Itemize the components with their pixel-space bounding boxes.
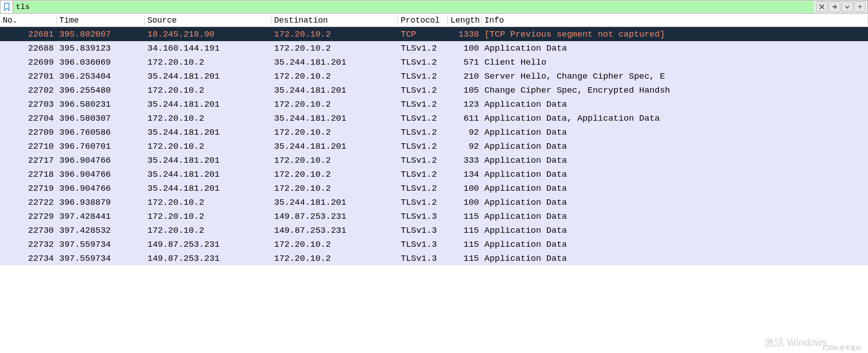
packet-cell-info: Application Data (482, 155, 868, 165)
packet-row[interactable]: 22701396.25340435.244.181.201172.20.10.2… (0, 69, 868, 83)
packet-cell-source: 172.20.10.2 (145, 141, 271, 151)
packet-cell-dest: 172.20.10.2 (271, 184, 398, 193)
bookmark-icon[interactable] (0, 0, 13, 13)
column-header-dest[interactable]: Destination (271, 16, 398, 25)
column-header-length[interactable]: Length (448, 16, 482, 25)
packet-cell-source: 35.244.181.201 (145, 155, 271, 165)
packet-cell-dest: 172.20.10.2 (271, 99, 398, 109)
packet-row[interactable]: 22722396.938879172.20.10.235.244.181.201… (0, 195, 868, 209)
packet-cell-protocol: TLSv1.2 (398, 184, 448, 193)
packet-row[interactable]: 22702396.255480172.20.10.235.244.181.201… (0, 83, 868, 97)
packet-cell-info: [TCP Previous segment not captured] (482, 29, 868, 39)
filter-history-dropdown[interactable] (841, 1, 853, 12)
clear-filter-button[interactable] (816, 1, 828, 12)
packet-row[interactable]: 22734397.559734149.87.253.231172.20.10.2… (0, 251, 868, 265)
packet-row[interactable]: 22688395.83912334.160.144.191172.20.10.2… (0, 41, 868, 55)
packet-cell-length: 611 (448, 113, 482, 123)
packet-cell-protocol: TLSv1.3 (398, 212, 448, 221)
packet-cell-info: Application Data (482, 43, 868, 53)
packet-cell-dest: 35.244.181.201 (271, 113, 398, 123)
packet-cell-length: 100 (448, 184, 482, 193)
packet-cell-dest: 35.244.181.201 (271, 198, 398, 207)
packet-cell-dest: 172.20.10.2 (271, 169, 398, 179)
packet-cell-dest: 172.20.10.2 (271, 127, 398, 137)
packet-cell-no: 22681 (0, 29, 57, 39)
packet-cell-no: 22703 (0, 99, 57, 109)
packet-row[interactable]: 22730397.428532172.20.10.2149.87.253.231… (0, 223, 868, 237)
packet-cell-no: 22709 (0, 127, 57, 137)
packet-cell-protocol: TLSv1.2 (398, 155, 448, 165)
filter-controls: + (814, 1, 868, 12)
packet-cell-info: Application Data (482, 127, 868, 137)
packet-row[interactable]: 22709396.76058635.244.181.201172.20.10.2… (0, 125, 868, 139)
packet-list-body: 22681395.80200718.245.218.90172.20.10.2T… (0, 27, 868, 265)
packet-row[interactable]: 22717396.90476635.244.181.201172.20.10.2… (0, 153, 868, 167)
packet-row[interactable]: 22681395.80200718.245.218.90172.20.10.2T… (0, 27, 868, 41)
packet-cell-protocol: TLSv1.2 (398, 71, 448, 81)
packet-cell-no: 22729 (0, 212, 57, 221)
column-header-source[interactable]: Source (145, 16, 271, 25)
packet-cell-dest: 172.20.10.2 (271, 240, 398, 249)
packet-cell-dest: 149.87.253.231 (271, 212, 398, 221)
packet-list-pane: No. Time Source Destination Protocol Len… (0, 14, 868, 265)
packet-row[interactable]: 22729397.428441172.20.10.2149.87.253.231… (0, 209, 868, 223)
packet-cell-no: 22704 (0, 113, 57, 123)
packet-cell-time: 396.036069 (57, 57, 145, 67)
packet-cell-no: 22732 (0, 240, 57, 249)
packet-cell-protocol: TLSv1.2 (398, 198, 448, 207)
packet-cell-dest: 35.244.181.201 (271, 141, 398, 151)
packet-cell-protocol: TLSv1.2 (398, 127, 448, 137)
packet-cell-no: 22719 (0, 184, 57, 193)
packet-cell-protocol: TLSv1.2 (398, 169, 448, 179)
packet-cell-protocol: TLSv1.2 (398, 85, 448, 95)
packet-cell-time: 396.580231 (57, 99, 145, 109)
packet-row[interactable]: 22699396.036069172.20.10.235.244.181.201… (0, 55, 868, 69)
packet-cell-source: 35.244.181.201 (145, 169, 271, 179)
packet-cell-length: 333 (448, 155, 482, 165)
packet-cell-length: 100 (448, 43, 482, 53)
packet-cell-source: 18.245.218.90 (145, 29, 271, 39)
packet-cell-time: 396.938879 (57, 198, 145, 207)
column-header-time[interactable]: Time (57, 16, 145, 25)
packet-cell-protocol: TLSv1.2 (398, 99, 448, 109)
packet-cell-time: 395.802007 (57, 29, 145, 39)
packet-cell-time: 396.580307 (57, 113, 145, 123)
packet-cell-time: 396.904766 (57, 155, 145, 165)
packet-cell-length: 115 (448, 212, 482, 221)
packet-cell-info: Application Data (482, 141, 868, 151)
packet-cell-info: Application Data (482, 212, 868, 221)
packet-cell-protocol: TLSv1.3 (398, 254, 448, 264)
packet-row[interactable]: 22732397.559734149.87.253.231172.20.10.2… (0, 237, 868, 251)
packet-cell-time: 397.428441 (57, 212, 145, 221)
packet-cell-time: 396.760586 (57, 127, 145, 137)
windows-activation-watermark: 激活 Windows (764, 336, 827, 349)
packet-cell-protocol: TLSv1.2 (398, 113, 448, 123)
column-header-protocol[interactable]: Protocol (398, 16, 448, 25)
packet-cell-dest: 172.20.10.2 (271, 29, 398, 39)
add-filter-button[interactable]: + (854, 1, 866, 12)
packet-cell-source: 149.87.253.231 (145, 240, 271, 249)
packet-cell-no: 22722 (0, 198, 57, 207)
packet-cell-dest: 172.20.10.2 (271, 254, 398, 264)
packet-cell-time: 396.904766 (57, 169, 145, 179)
column-header-no[interactable]: No. (0, 16, 57, 25)
packet-cell-protocol: TLSv1.2 (398, 57, 448, 67)
display-filter-input[interactable] (13, 1, 814, 13)
packet-list-header: No. Time Source Destination Protocol Len… (0, 14, 868, 27)
packet-cell-no: 22699 (0, 57, 57, 67)
packet-row[interactable]: 22703396.58023135.244.181.201172.20.10.2… (0, 97, 868, 111)
packet-cell-time: 397.559734 (57, 240, 145, 249)
packet-cell-length: 115 (448, 254, 482, 264)
packet-cell-info: Application Data (482, 226, 868, 235)
packet-cell-dest: 172.20.10.2 (271, 71, 398, 81)
packet-row[interactable]: 22704396.580307172.20.10.235.244.181.201… (0, 111, 868, 125)
packet-cell-length: 210 (448, 71, 482, 81)
packet-cell-no: 22717 (0, 155, 57, 165)
packet-cell-no: 22730 (0, 226, 57, 235)
packet-row[interactable]: 22718396.90476635.244.181.201172.20.10.2… (0, 167, 868, 181)
packet-cell-length: 115 (448, 240, 482, 249)
packet-row[interactable]: 22719396.90476635.244.181.201172.20.10.2… (0, 181, 868, 195)
apply-filter-button[interactable] (829, 1, 840, 12)
column-header-info[interactable]: Info (482, 16, 868, 25)
packet-row[interactable]: 22710396.760701172.20.10.235.244.181.201… (0, 139, 868, 153)
